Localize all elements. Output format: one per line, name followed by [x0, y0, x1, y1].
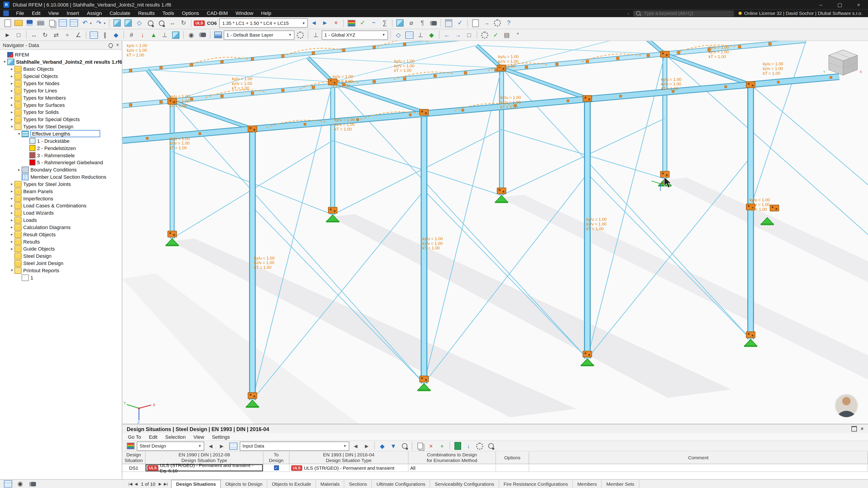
- tree-expander-icon[interactable]: ▸: [9, 210, 14, 215]
- copy-icon[interactable]: [46, 18, 57, 28]
- new-table-icon[interactable]: [58, 18, 68, 28]
- tree-item-beam-panels[interactable]: ▸Beam Panels: [0, 188, 122, 195]
- help-icon[interactable]: ?: [503, 18, 514, 28]
- tree-expander-icon[interactable]: ▸: [9, 182, 14, 186]
- show-local-axes-icon[interactable]: ⊥: [159, 30, 170, 39]
- minimize-button[interactable]: –: [811, 0, 830, 9]
- rotate-view-icon[interactable]: ↻: [178, 18, 189, 28]
- tree-item-boundary-conditions[interactable]: ▸Boundary Conditions: [0, 166, 122, 173]
- coordinate-system-icon[interactable]: ⊥: [311, 30, 321, 39]
- panel-menu-go-to[interactable]: Go To: [125, 434, 145, 440]
- snap-toggle-icon[interactable]: ◆: [426, 30, 437, 39]
- menu-view[interactable]: View: [44, 9, 63, 17]
- tree-item-results[interactable]: ▸Results: [0, 238, 122, 245]
- menu-file[interactable]: File: [12, 9, 28, 17]
- input-data-icon[interactable]: [228, 441, 239, 451]
- show-numbering-icon[interactable]: #: [126, 30, 137, 39]
- cell-to-design[interactable]: ✓: [264, 464, 289, 472]
- previous-row-button[interactable]: ◀: [135, 482, 138, 486]
- isometric-view-icon[interactable]: ◇: [134, 18, 145, 28]
- mirror-icon[interactable]: ⇄: [51, 30, 61, 39]
- tree-expander-icon[interactable]: ▸: [9, 110, 14, 114]
- new-model-icon[interactable]: [2, 18, 13, 28]
- menu-insert[interactable]: Insert: [63, 9, 83, 17]
- tree-item-types-for-members[interactable]: ▸Types for Members: [0, 94, 122, 101]
- menu-results[interactable]: Results: [134, 9, 159, 17]
- pin-icon[interactable]: [107, 42, 114, 48]
- tree-item-steel-design[interactable]: Steel Design: [0, 252, 122, 260]
- tree-item-rfem[interactable]: RFEM: [0, 51, 122, 58]
- table-settings-icon[interactable]: [474, 441, 485, 451]
- table-list-icon[interactable]: [3, 479, 13, 488]
- export-icon[interactable]: →: [481, 18, 492, 28]
- tree-item-load-wizards[interactable]: ▸Load Wizards: [0, 209, 122, 217]
- tree-expander-icon[interactable]: ▸: [9, 103, 14, 107]
- tree-expander-icon[interactable]: ▾: [2, 59, 7, 64]
- load-combination-select[interactable]: 1.35 * LC1 + 1.50 * LC4 + LC15 ▼: [219, 18, 308, 28]
- tab-design-situations[interactable]: Design Situations: [171, 480, 221, 488]
- cell-comment[interactable]: [529, 464, 868, 472]
- tree-item-5-rahmenriegel-giebelwand[interactable]: 5 - Rahmenriegel Giebelwand: [0, 159, 122, 166]
- previous-table-icon[interactable]: ◄: [350, 441, 361, 451]
- clear-results-icon[interactable]: ×: [331, 18, 341, 28]
- snap-grid-icon[interactable]: [89, 30, 99, 39]
- transparency-icon[interactable]: [170, 30, 181, 39]
- redo-caret-icon[interactable]: ▾: [102, 18, 107, 28]
- last-row-button[interactable]: ▶|: [164, 482, 168, 486]
- close-panel-icon[interactable]: ×: [861, 426, 864, 431]
- pan-view-icon[interactable]: ↔: [167, 18, 178, 28]
- tree-expander-icon[interactable]: ▸: [9, 81, 14, 86]
- tab-member-sets[interactable]: Member Sets: [602, 480, 639, 488]
- tree-expander-icon[interactable]: ▸: [9, 247, 14, 251]
- tab-objects-to-design[interactable]: Objects to Design: [221, 480, 268, 488]
- tree-item-load-cases-combinations[interactable]: ▸Load Cases & Combinations: [0, 202, 122, 209]
- steel-design-addon-icon[interactable]: [125, 441, 135, 451]
- cell-en1993-type[interactable]: ULS ULS (STR/GEO) - Permanent and transi…: [289, 464, 409, 472]
- design-category-select[interactable]: Steel Design ▼: [137, 441, 204, 451]
- tree-item-types-for-solids[interactable]: ▸Types for Solids: [0, 108, 122, 116]
- calculate-all-icon[interactable]: [444, 18, 454, 28]
- tree-item-special-objects[interactable]: ▸Special Objects: [0, 72, 122, 80]
- show-supports-icon[interactable]: ▲: [148, 30, 159, 39]
- menu-window[interactable]: Window: [232, 9, 257, 17]
- tree-item-types-for-lines[interactable]: ▸Types for Lines: [0, 87, 122, 94]
- user-defined-view-icon[interactable]: [197, 30, 208, 39]
- menu-calculate[interactable]: Calculate: [106, 9, 134, 17]
- work-plane-icon[interactable]: ◇: [393, 30, 404, 39]
- first-row-button[interactable]: |◀: [128, 482, 132, 486]
- deformed-shape-icon[interactable]: ~: [368, 18, 379, 28]
- show-results-icon[interactable]: [346, 18, 357, 28]
- panel-menu-view[interactable]: View: [190, 434, 208, 440]
- tab-materials[interactable]: Materials: [316, 480, 344, 488]
- tree-item-guide-objects[interactable]: ▸Guide Objects: [0, 245, 122, 252]
- search-table-icon[interactable]: [399, 441, 410, 451]
- tree-expander-icon[interactable]: ▸: [9, 225, 14, 230]
- clipping-plane-icon[interactable]: [395, 18, 405, 28]
- ortho-toggle-icon[interactable]: ⊥: [415, 30, 426, 39]
- rotate-copy-icon[interactable]: ↻: [40, 30, 51, 39]
- tree-item-types-for-surfaces[interactable]: ▸Types for Surfaces: [0, 101, 122, 108]
- menubar-app-icon[interactable]: [3, 11, 9, 16]
- tree-item-3-rahmenstiele[interactable]: 3 - Rahmenstiele: [0, 152, 122, 159]
- tree-expander-icon[interactable]: ▾: [9, 268, 14, 273]
- tree-item-types-for-steel-joints[interactable]: ▸Types for Steel Joints: [0, 180, 122, 188]
- display-properties-icon[interactable]: ✓: [491, 30, 501, 39]
- snapshot-icon[interactable]: [428, 18, 439, 28]
- webcam-avatar[interactable]: [835, 394, 858, 420]
- undo-caret-icon[interactable]: ▾: [89, 18, 93, 28]
- next-row-button[interactable]: ▶: [159, 482, 162, 486]
- delete-rows-icon[interactable]: ×: [426, 441, 436, 451]
- tab-ultimate-configurations[interactable]: Ultimate Configurations: [372, 480, 430, 488]
- tree-item-2-pendelst-tzen[interactable]: 2 - Pendelstützen: [0, 144, 122, 152]
- tree-expander-icon[interactable]: ▸: [9, 203, 14, 208]
- cell-combinations[interactable]: All: [408, 464, 496, 472]
- open-model-icon[interactable]: [13, 18, 24, 28]
- jump-to-graphic-icon[interactable]: ◆: [377, 441, 388, 451]
- tree-expander-icon[interactable]: ▸: [9, 232, 14, 236]
- tree-expander-icon[interactable]: ▾: [17, 131, 22, 136]
- insert-row-icon[interactable]: +: [437, 441, 447, 451]
- next-category-icon[interactable]: ►: [217, 441, 227, 451]
- show-loads-icon[interactable]: ↓: [137, 30, 148, 39]
- full-screen-icon[interactable]: □: [464, 30, 474, 39]
- render-wireframe-icon[interactable]: [123, 18, 133, 28]
